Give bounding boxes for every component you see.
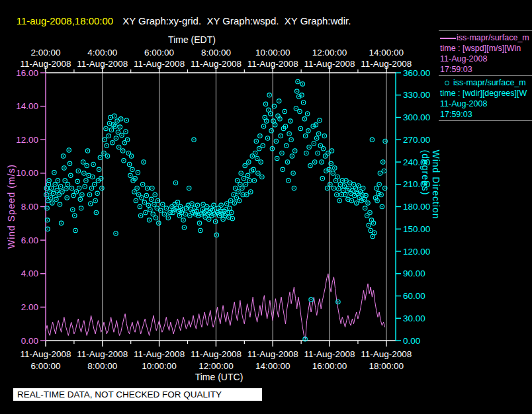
svg-text:16.00: 16.00 (16, 68, 38, 78)
svg-text:2.00: 2.00 (21, 302, 38, 312)
svg-text:6.00: 6.00 (21, 235, 38, 245)
x-axis-bottom: 11-Aug-20086:00:0011-Aug-20088:00:0011-A… (20, 341, 412, 371)
svg-text:11-Aug-2008: 11-Aug-2008 (304, 349, 355, 359)
svg-text:11-Aug-2008: 11-Aug-2008 (361, 349, 412, 359)
svg-text:11-Aug-2008: 11-Aug-2008 (20, 349, 71, 359)
bottom-axis-title: Time (UTC) (195, 372, 244, 382)
svg-text:12:00:00: 12:00:00 (199, 361, 234, 371)
legend-series-meta: time : [wspd][m/s][Win (440, 43, 532, 54)
svg-text:16:00:00: 16:00:00 (312, 361, 347, 371)
circle-marker-icon (445, 81, 449, 85)
svg-text:300.00: 300.00 (403, 112, 430, 122)
legend-series-date: 11-Aug-2008 (440, 54, 532, 64)
svg-text:11-Aug-2008: 11-Aug-2008 (77, 349, 128, 359)
svg-text:10:00:00: 10:00:00 (255, 48, 290, 58)
svg-text:60.00: 60.00 (403, 291, 425, 301)
realtime-data-banner: REAL-TIME DATA, NOT CHECKED FOR QUALITY (13, 388, 262, 401)
svg-text:2:00:00: 2:00:00 (30, 48, 60, 58)
x-axis-top: 2:00:0011-Aug-20084:00:0011-Aug-20086:00… (20, 48, 412, 73)
svg-text:14.00: 14.00 (16, 101, 38, 111)
svg-text:0.00: 0.00 (403, 336, 420, 346)
svg-text:4:00:00: 4:00:00 (87, 48, 117, 58)
legend-series-time: 17:59:03 (440, 64, 532, 75)
svg-text:0.00: 0.00 (21, 336, 38, 346)
top-axis-title: Time (EDT) (168, 34, 216, 45)
svg-text:10:00:00: 10:00:00 (142, 361, 177, 371)
legend-series-name: iss-mapr/surface_m (453, 78, 526, 87)
legend-panel: iss-mapr/surface_m time : [wspd][m/s][Wi… (439, 30, 532, 121)
legend-series-meta: time : [wdir][degrees][W (440, 88, 532, 99)
svg-text:11-Aug-2008: 11-Aug-2008 (191, 349, 242, 359)
legend-series-time: 17:59:03 (440, 109, 532, 120)
app-window: 2:00:0011-Aug-20084:00:0011-Aug-20086:00… (0, 0, 532, 414)
svg-text:90.00: 90.00 (403, 269, 425, 278)
left-axis-title: Wind Speed (m/s) (6, 164, 17, 249)
line-marker-icon (440, 38, 456, 39)
svg-text:11-Aug-2008: 11-Aug-2008 (191, 59, 242, 69)
legend-entry-wdir: iss-mapr/surface_m time : [wdir][degrees… (439, 75, 532, 121)
svg-text:14:00:00: 14:00:00 (255, 361, 290, 371)
svg-text:6:00:00: 6:00:00 (144, 48, 174, 58)
svg-text:11-Aug-2008: 11-Aug-2008 (134, 349, 185, 359)
svg-text:18:00:00: 18:00:00 (369, 361, 404, 371)
svg-text:12.00: 12.00 (16, 135, 38, 145)
svg-text:10.00: 10.00 (16, 168, 38, 178)
legend-series-date: 11-Aug-2008 (440, 99, 532, 109)
svg-text:11-Aug-2008: 11-Aug-2008 (134, 59, 185, 69)
svg-text:270.00: 270.00 (403, 135, 430, 145)
legend-series-name: iss-mapr/surface_m (457, 33, 529, 42)
svg-text:8:00:00: 8:00:00 (87, 361, 117, 371)
legend-entry-wspd: iss-mapr/surface_m time : [wspd][m/s][Wi… (439, 30, 532, 75)
svg-text:4.00: 4.00 (21, 269, 38, 278)
svg-text:330.00: 330.00 (403, 90, 430, 100)
svg-text:30.00: 30.00 (403, 313, 425, 323)
svg-text:6:00:00: 6:00:00 (30, 361, 60, 371)
right-axis-title: Wind Direction (degrees) (420, 150, 441, 251)
title-graph-names: XY Graph:xy-grid. XY Graph:wspd. XY Grap… (122, 15, 351, 26)
wspd-line-series (46, 274, 385, 339)
title-timestamp: 11-aug-2008,18:00:00 (17, 15, 114, 26)
svg-text:8:00:00: 8:00:00 (201, 48, 231, 58)
gridlines (103, 73, 386, 341)
svg-text:11-Aug-2008: 11-Aug-2008 (247, 349, 298, 359)
svg-text:12:00:00: 12:00:00 (312, 48, 347, 58)
svg-text:8.00: 8.00 (21, 202, 38, 212)
svg-text:11-Aug-2008: 11-Aug-2008 (77, 59, 128, 69)
svg-text:360.00: 360.00 (403, 68, 430, 78)
svg-text:11-Aug-2008: 11-Aug-2008 (304, 59, 355, 69)
y-axis-left: 16.0014.0012.0010.008.006.004.002.000.00 (16, 68, 46, 346)
titlebar: 11-aug-2008,18:00:00XY Graph:xy-grid. XY… (5, 4, 351, 38)
svg-text:11-Aug-2008: 11-Aug-2008 (247, 59, 298, 69)
svg-text:14:00:00: 14:00:00 (369, 48, 404, 58)
